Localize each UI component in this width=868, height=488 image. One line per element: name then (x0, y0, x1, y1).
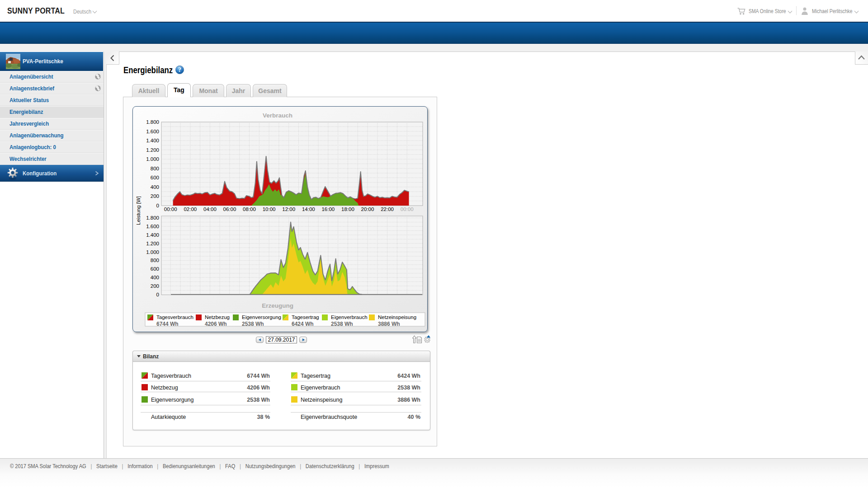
svg-text:04:00: 04:00 (203, 206, 217, 212)
svg-text:06:00: 06:00 (223, 206, 236, 212)
svg-text:16:00: 16:00 (321, 206, 335, 212)
svg-text:1.800: 1.800 (146, 119, 159, 125)
svg-text:Tagesverbrauch: Tagesverbrauch (156, 314, 193, 320)
svg-text:800: 800 (151, 258, 159, 263)
svg-text:600: 600 (151, 266, 159, 272)
svg-text:20:00: 20:00 (361, 206, 374, 212)
svg-text:Netzeinspeisung: Netzeinspeisung (378, 314, 416, 320)
svg-text:400: 400 (151, 184, 159, 190)
svg-text:1.200: 1.200 (146, 147, 159, 153)
svg-text:10:00: 10:00 (263, 206, 276, 212)
svg-text:0: 0 (156, 203, 159, 208)
svg-text:1.800: 1.800 (146, 215, 159, 221)
svg-text:00:00: 00:00 (401, 206, 414, 212)
svg-text:1.600: 1.600 (146, 224, 159, 229)
svg-text:Tagesertrag: Tagesertrag (292, 314, 319, 320)
svg-text:3886 Wh: 3886 Wh (378, 321, 400, 327)
svg-text:200: 200 (151, 193, 159, 199)
svg-text:Eigenversorgung: Eigenversorgung (242, 314, 281, 320)
svg-text:18:00: 18:00 (341, 206, 354, 212)
svg-text:Eigenverbrauch: Eigenverbrauch (331, 314, 368, 320)
svg-text:2538 Wh: 2538 Wh (331, 321, 353, 327)
svg-text:1.400: 1.400 (146, 232, 159, 238)
svg-text:22:00: 22:00 (381, 206, 394, 212)
svg-text:2538 Wh: 2538 Wh (242, 321, 264, 327)
svg-text:1.600: 1.600 (146, 129, 159, 134)
svg-text:Leistung [W]: Leistung [W] (136, 196, 141, 225)
svg-text:6424 Wh: 6424 Wh (292, 321, 314, 327)
svg-text:4206 Wh: 4206 Wh (205, 321, 227, 327)
svg-text:1.200: 1.200 (146, 241, 159, 246)
svg-text:Erzeugung: Erzeugung (262, 302, 293, 309)
svg-text:08:00: 08:00 (243, 206, 256, 212)
svg-text:6744 Wh: 6744 Wh (156, 321, 179, 327)
svg-text:Netzbezug: Netzbezug (205, 314, 230, 320)
svg-text:00:00: 00:00 (164, 206, 177, 212)
svg-text:Verbrauch: Verbrauch (263, 112, 292, 119)
svg-text:800: 800 (151, 166, 159, 171)
svg-text:14:00: 14:00 (302, 206, 315, 212)
svg-text:1.400: 1.400 (146, 138, 159, 143)
svg-text:1.000: 1.000 (146, 156, 159, 162)
svg-text:200: 200 (151, 283, 159, 289)
svg-text:400: 400 (151, 275, 159, 280)
svg-text:600: 600 (151, 175, 159, 180)
svg-text:02:00: 02:00 (184, 206, 197, 212)
svg-text:1.000: 1.000 (146, 249, 159, 255)
svg-text:0: 0 (156, 292, 159, 297)
svg-text:12:00: 12:00 (282, 206, 295, 212)
